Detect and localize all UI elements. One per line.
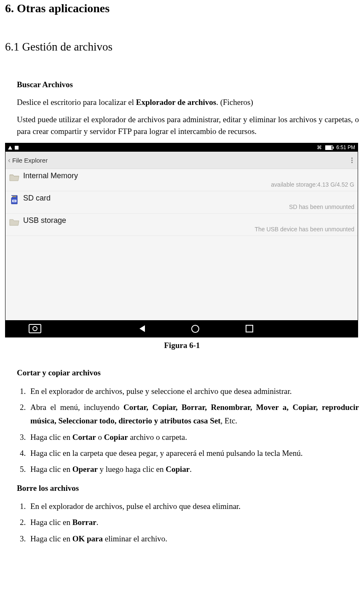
- device-screenshot: ⌘ 6:51 PM ‹ File Explorer: [5, 143, 358, 337]
- list-item[interactable]: SD SD card SD has been unmounted: [5, 191, 358, 214]
- recent-nav-icon[interactable]: [246, 325, 253, 332]
- storage-list: Internal Memory available storage:4.13 G…: [5, 169, 358, 320]
- text: , Etc.: [221, 416, 238, 425]
- text: .: [96, 518, 99, 527]
- overflow-menu-icon[interactable]: [348, 158, 355, 163]
- text-bold: Borrar: [72, 518, 96, 527]
- svg-text:SD: SD: [13, 200, 16, 202]
- paragraph: Usted puede utilizar el explorador de ar…: [17, 114, 359, 137]
- figure-caption: Figura 6-1: [5, 341, 359, 350]
- text: . (Ficheros): [216, 98, 253, 107]
- list-item[interactable]: USB storage The USB device has been unmo…: [5, 214, 358, 236]
- paragraph-title-cortar: Cortar y copiar archivos: [17, 367, 359, 379]
- battery-icon: [325, 145, 333, 150]
- paragraph: Deslice el escritorio para localizar el …: [17, 96, 359, 108]
- text-bold: Explorador de archivos: [136, 98, 216, 107]
- step: Haga clic en Operar y luego haga clic en…: [28, 463, 359, 476]
- back-icon[interactable]: ‹: [7, 156, 11, 165]
- navigation-bar: [5, 320, 358, 337]
- text: Haga clic en: [30, 465, 72, 474]
- status-time: 6:51 PM: [336, 145, 355, 150]
- text: .: [190, 465, 192, 474]
- list-item-subtext: SD has been unmounted: [23, 203, 354, 210]
- home-nav-icon[interactable]: [191, 325, 199, 333]
- app-bar: ‹ File Explorer: [5, 152, 358, 169]
- svg-rect-3: [14, 196, 15, 197]
- steps-cut-copy: En el explorador de archivos, pulse y se…: [5, 385, 359, 477]
- subsection-title: 6.1 Gestión de archivos: [5, 40, 359, 54]
- text: Haga clic en: [30, 518, 72, 527]
- folder-icon: [9, 172, 20, 182]
- list-item-label: Internal Memory: [23, 171, 354, 180]
- text-bold: Cortar: [72, 433, 96, 442]
- section-title: 6. Otras aplicaciones: [5, 2, 359, 15]
- text: Abra el menú, incluyendo: [30, 403, 123, 412]
- step: En el explorador de archivos, pulse el a…: [28, 500, 359, 513]
- list-item[interactable]: Internal Memory available storage:4.13 G…: [5, 169, 358, 191]
- folder-icon: [9, 217, 20, 227]
- list-item-subtext: The USB device has been unmounted: [23, 226, 354, 233]
- paragraph-title-borrar: Borre los archivos: [17, 482, 359, 494]
- list-item-label: SD card: [23, 194, 354, 203]
- paragraph-title-buscar: Buscar Archivos: [17, 79, 359, 91]
- blank-area: [5, 236, 358, 320]
- notification-icon: [15, 146, 19, 150]
- warning-icon: [8, 146, 12, 150]
- step: Abra el menú, incluyendo Cortar, Copiar,…: [28, 401, 359, 428]
- sd-card-icon: SD: [9, 195, 20, 205]
- step: En el explorador de archivos, pulse y se…: [28, 385, 359, 398]
- text-bold: OK para: [72, 534, 103, 543]
- svg-rect-2: [13, 196, 13, 197]
- text: o: [96, 433, 104, 442]
- steps-delete: En el explorador de archivos, pulse el a…: [5, 500, 359, 546]
- bluetooth-icon: ⌘: [317, 145, 322, 150]
- back-nav-icon[interactable]: [139, 325, 145, 332]
- text: Haga clic en: [30, 433, 72, 442]
- text: eliminar el archivo.: [103, 534, 167, 543]
- text-bold: Copiar: [104, 433, 128, 442]
- app-title: File Explorer: [12, 157, 48, 164]
- status-bar: ⌘ 6:51 PM: [5, 143, 358, 152]
- list-item-subtext: available storage:4.13 G/4.52 G: [23, 181, 354, 188]
- list-item-label: USB storage: [23, 216, 354, 225]
- text: Haga clic en: [30, 534, 72, 543]
- svg-rect-4: [15, 196, 16, 197]
- text-bold: Operar: [72, 465, 98, 474]
- step: Haga clic en la carpeta que desea pegar,…: [28, 447, 359, 460]
- text: Deslice el escritorio para localizar el: [17, 98, 136, 107]
- text: archivo o carpeta.: [128, 433, 187, 442]
- step: Haga clic en Cortar o Copiar archivo o c…: [28, 431, 359, 444]
- step: Haga clic en OK para eliminar el archivo…: [28, 532, 359, 546]
- text-bold: Copiar: [166, 465, 190, 474]
- step: Haga clic en Borrar.: [28, 516, 359, 529]
- text: y luego haga clic en: [98, 465, 166, 474]
